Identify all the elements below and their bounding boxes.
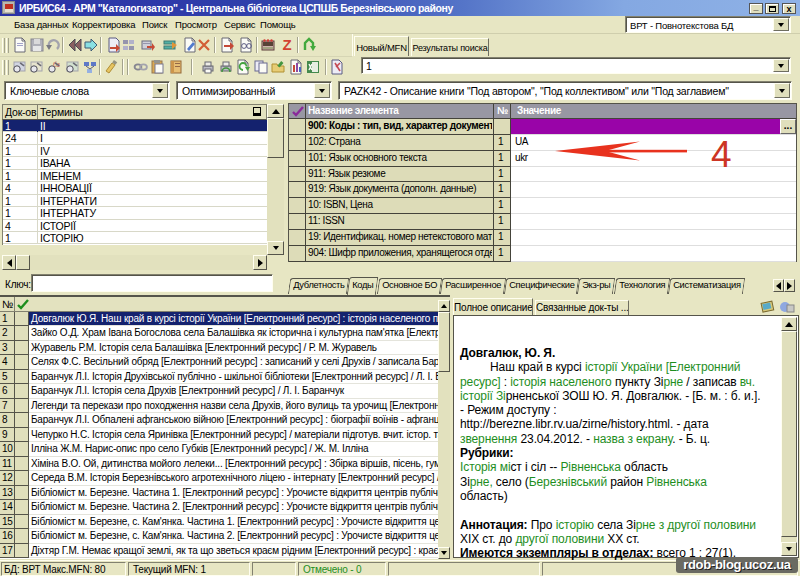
svg-text:4: 4 — [711, 134, 731, 175]
